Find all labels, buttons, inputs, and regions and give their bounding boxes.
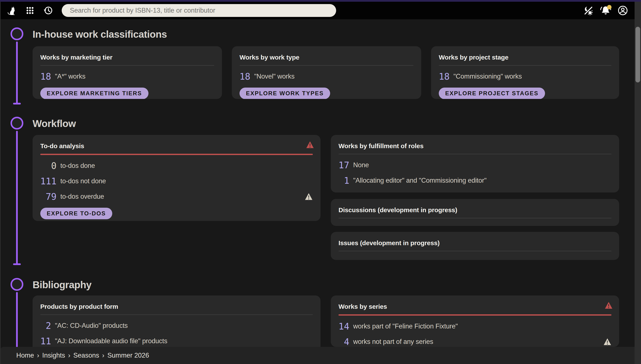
card-divider xyxy=(338,251,611,251)
card-header: Issues (development in progress) xyxy=(338,238,611,248)
card-title: Issues (development in progress) xyxy=(338,238,611,248)
alert-warning-icon xyxy=(306,141,314,150)
stat-label: "A*" works xyxy=(55,72,86,80)
stat-value: 0 xyxy=(40,160,57,171)
card-rows: 18"Novel" works xyxy=(240,69,413,84)
breadcrumb-link[interactable]: Home xyxy=(16,352,34,359)
card-rows: 14works part of "Feline Fiction Fixture"… xyxy=(338,318,611,347)
breadcrumb-separator-icon: › xyxy=(37,352,39,359)
breadcrumb-link[interactable]: Insights xyxy=(42,352,65,359)
card-title: Works by fulfillment of roles xyxy=(338,141,611,151)
stat-label: to-dos overdue xyxy=(61,193,104,200)
card-todo-analysis: To-do analysis0to-dos done111to-dos not … xyxy=(33,135,321,221)
timeline-node-classifications xyxy=(11,28,23,40)
card-header: Products by product form xyxy=(40,302,313,311)
card-divider xyxy=(40,314,313,315)
card-header: Discussions (development in progress) xyxy=(338,205,611,215)
card-header: Works by project stage xyxy=(439,53,611,62)
stat-value: 17 xyxy=(338,160,349,170)
stat-label: "AJ: Downloadable audio file" products xyxy=(55,337,168,345)
card-works-by-series: Works by series14works part of "Feline F… xyxy=(331,296,619,347)
card-header: To-do analysis xyxy=(40,141,313,151)
stat-value: 111 xyxy=(40,176,57,186)
stat-value: 11 xyxy=(40,336,51,346)
scrollbar-thumb[interactable] xyxy=(635,27,640,82)
stat-label: works not part of any series xyxy=(353,338,433,346)
breadcrumb-separator-icon: › xyxy=(68,352,70,359)
stat-label: to-dos done xyxy=(61,162,95,170)
card-rows: 18"A*" works xyxy=(40,69,214,84)
breadcrumb-separator-icon: › xyxy=(102,352,104,359)
stat-row: 2"AC: CD-Audio" products xyxy=(40,318,313,334)
stat-value: 14 xyxy=(338,321,349,332)
stat-row: 18"A*" works xyxy=(40,69,214,84)
timeline-line xyxy=(16,131,18,264)
stat-row: 1"Allocating editor" and "Commissioning … xyxy=(338,173,611,188)
window-accent-strip xyxy=(0,0,641,2)
card-title: Works by series xyxy=(338,302,611,311)
stat-value: 1 xyxy=(338,175,349,186)
breadcrumb: Home›Insights›Seasons›Summer 2026 xyxy=(16,352,149,359)
card-divider xyxy=(338,154,611,154)
account-icon[interactable] xyxy=(617,5,628,16)
stat-label: to-dos not done xyxy=(61,177,106,185)
stat-label: works part of "Feline Fiction Fixture" xyxy=(353,322,458,330)
stat-label: "Commissioning" works xyxy=(453,72,522,80)
theme-toggle-icon[interactable] xyxy=(583,5,594,16)
stat-value: 2 xyxy=(40,320,51,331)
bell-icon[interactable] xyxy=(599,4,612,16)
stat-value: 18 xyxy=(439,71,450,82)
section-title-workflow: Workflow xyxy=(33,117,76,130)
stat-label: None xyxy=(353,161,369,169)
breadcrumb-link[interactable]: Seasons xyxy=(73,352,99,359)
timeline-node-workflow xyxy=(11,117,23,130)
stat-value: 4 xyxy=(338,336,349,347)
card-rows: 18"Commissioning" works xyxy=(439,69,611,84)
card-works-by-work-type: Works by work type18"Novel" worksEXPLORE… xyxy=(232,46,421,99)
stat-label: "Allocating editor" and "Commissioning e… xyxy=(353,177,486,184)
explore-button[interactable]: EXPLORE WORK TYPES xyxy=(240,88,330,99)
timeline-end-tick xyxy=(13,263,21,265)
app-grid-icon[interactable] xyxy=(25,6,35,15)
card-divider xyxy=(40,65,214,66)
card-divider xyxy=(40,154,313,155)
alert-warning-icon xyxy=(604,302,613,310)
stat-label: "AC: CD-Audio" products xyxy=(55,322,128,330)
history-icon[interactable] xyxy=(43,5,54,16)
explore-button[interactable]: EXPLORE TO-DOS xyxy=(40,208,112,219)
timeline-node-bibliography xyxy=(11,278,23,291)
card-divider xyxy=(338,218,611,218)
section-title-classifications: In-house work classifications xyxy=(33,28,167,41)
row-warning-icon xyxy=(603,338,611,346)
explore-button[interactable]: EXPLORE MARKETING TIERS xyxy=(40,88,149,99)
card-title: Products by product form xyxy=(40,302,313,311)
stat-row: 18"Novel" works xyxy=(240,69,413,84)
card-title: Discussions (development in progress) xyxy=(338,205,611,215)
stat-row: 111to-dos not done xyxy=(40,174,313,189)
card-works-by-marketing-tier: Works by marketing tier18"A*" worksEXPLO… xyxy=(33,46,222,99)
timeline-end-tick xyxy=(13,103,21,104)
stat-row: 18"Commissioning" works xyxy=(439,69,611,84)
card-header: Works by fulfillment of roles xyxy=(338,141,611,151)
card-discussions: Discussions (development in progress) xyxy=(331,199,619,226)
breadcrumb-current: Summer 2026 xyxy=(107,352,149,359)
stat-row: 79to-dos overdue xyxy=(40,189,313,204)
card-header: Works by marketing tier xyxy=(40,53,214,62)
stat-value: 18 xyxy=(40,71,51,82)
app-window: In-house work classifications Workflow B… xyxy=(0,0,641,364)
card-divider xyxy=(439,65,611,66)
search-input[interactable] xyxy=(70,6,328,14)
cat-logo-icon[interactable] xyxy=(7,6,17,16)
top-navigation-bar xyxy=(0,2,634,19)
stat-row: 17None xyxy=(338,158,611,173)
topbar-right-icons xyxy=(583,4,628,16)
explore-button[interactable]: EXPLORE PROJECT STAGES xyxy=(439,88,545,99)
stat-row: 0to-dos done xyxy=(40,158,313,174)
card-header: Works by series xyxy=(338,302,611,311)
scrollbar-track[interactable] xyxy=(634,2,641,364)
timeline-line xyxy=(16,42,18,103)
stat-row: 11"AJ: Downloadable audio file" products xyxy=(40,334,313,349)
card-title: To-do analysis xyxy=(40,141,313,151)
card-header: Works by work type xyxy=(240,53,413,62)
card-issues: Issues (development in progress) xyxy=(331,232,619,260)
